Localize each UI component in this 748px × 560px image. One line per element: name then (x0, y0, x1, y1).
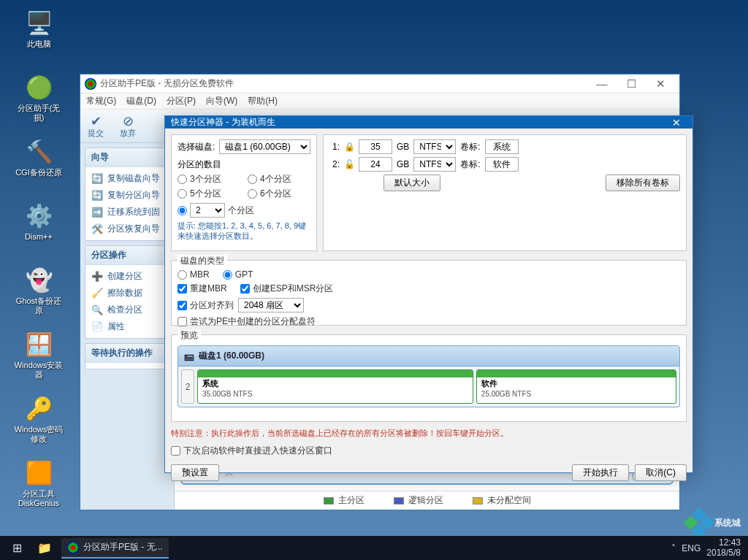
toolbar-提交[interactable]: ✔提交 (88, 113, 104, 139)
gpt-radio[interactable]: GPT (223, 269, 253, 280)
sidebar-link[interactable]: 🔄复制分区向导 (87, 187, 167, 204)
size-input[interactable] (359, 139, 392, 154)
dialog-titlebar: 快速分区神器 - 为装机而生 ✕ (165, 116, 692, 129)
menu-bar: 常规(G)磁盘(D)分区(P)向导(W)帮助(H) (80, 93, 679, 110)
warning-text: 特别注意：执行此操作后，当前所选磁盘上已经存在的所有分区将被删除！按回车键开始分… (171, 428, 687, 439)
count-radio-3[interactable]: 3个分区 (178, 173, 240, 185)
clock[interactable]: 12:43 2018/5/8 (706, 538, 741, 557)
panel-header: 等待执行的操作 (85, 344, 169, 363)
menu-item[interactable]: 向导(W) (206, 95, 237, 107)
align-value-select[interactable]: 2048 扇区 (238, 298, 304, 312)
preview-segment[interactable]: 系统35.00GB NTFS (197, 369, 473, 404)
menu-item[interactable]: 帮助(H) (248, 95, 278, 107)
desktop-icon-0[interactable]: 🖥️此电脑 (13, 7, 64, 49)
desktop-icon-4[interactable]: 👻Ghost备份还原 (13, 264, 64, 315)
start-button[interactable]: 开始执行 (572, 464, 629, 481)
rebuild-mbr-check[interactable]: 重建MBR (178, 283, 227, 295)
sidebar-panel: 分区操作➕创建分区🧹擦除数据🔍检查分区📄属性 (85, 245, 169, 339)
menu-item[interactable]: 常规(G) (86, 95, 116, 107)
desktop-icon-6[interactable]: 🔑Windows密码修改 (13, 393, 64, 444)
system-tray: ˄ ENG 12:43 2018/5/8 (671, 538, 745, 557)
desktop-icon-2[interactable]: 🔨CGI备份还原 (13, 136, 64, 177)
preset-button[interactable]: 预设置 (171, 464, 219, 481)
link-icon: 🔄 (91, 173, 103, 185)
link-icon: 🛠️ (91, 223, 103, 235)
link-icon: 🔄 (91, 190, 103, 202)
volume-label-input[interactable] (485, 157, 519, 172)
menu-item[interactable]: 磁盘(D) (126, 95, 156, 107)
sidebar-link[interactable]: ➡️迁移系统到固 (87, 204, 167, 220)
desktop-glyph-icon: 🔑 (23, 393, 54, 423)
panel-header: 分区操作 (85, 246, 169, 265)
preview-index: 2 (181, 369, 194, 404)
tray-chevron-icon[interactable]: ˄ (671, 543, 676, 553)
align-check[interactable]: 分区对齐到 (178, 299, 234, 312)
lock-icon[interactable]: 🔒 (344, 142, 354, 152)
link-icon: ➡️ (91, 207, 103, 218)
count-radio-6[interactable]: 6个分区 (248, 188, 310, 200)
sidebar-link[interactable]: 📄属性 (87, 318, 167, 335)
desktop-icon-7[interactable]: 🟧分区工具DiskGenius (13, 457, 64, 508)
remove-all-labels-button[interactable]: 移除所有卷标 (606, 174, 680, 191)
partition-count-label: 分区的数目 (178, 158, 310, 171)
desktop-glyph-icon: 🟧 (23, 457, 54, 488)
volume-label-input[interactable] (485, 139, 519, 154)
desktop-glyph-icon: 🔨 (23, 136, 54, 166)
sidebar: 向导🔄复制磁盘向导🔄复制分区向导➡️迁移系统到固🛠️分区恢复向导分区操作➕创建分… (80, 143, 174, 510)
fs-select[interactable]: NTFS (413, 139, 456, 154)
minimize-button[interactable]: — (587, 77, 617, 91)
dialog-footer: 预设置 ︽ 开始执行 取消(C) (171, 461, 687, 481)
quick-partition-dialog: 快速分区神器 - 为装机而生 ✕ 选择磁盘: 磁盘1 (60.00GB) 分区的… (164, 115, 693, 473)
try-pe-check[interactable]: 尝试为PE中创建的分区分配盘符 (178, 315, 680, 328)
desktop-glyph-icon: 🪟 (23, 329, 54, 359)
watermark-icon (684, 507, 714, 538)
preview-segment[interactable]: 软件25.00GB NTFS (476, 369, 676, 404)
desktop-icon-5[interactable]: 🪟Windows安装器 (13, 329, 64, 380)
legend: 主分区 逻辑分区 未分配空间 (175, 491, 679, 510)
link-icon: 🔍 (91, 304, 103, 316)
sidebar-link[interactable]: 🛠️分区恢复向导 (87, 220, 167, 237)
start-button[interactable]: ⊞ (3, 536, 31, 560)
next-launch-check[interactable]: 下次启动软件时直接进入快速分区窗口 (171, 445, 687, 457)
sidebar-link[interactable]: 🧹擦除数据 (87, 285, 167, 302)
sidebar-link[interactable]: 🔍检查分区 (87, 302, 167, 318)
desktop-icon-1[interactable]: 🟢分区助手(无损) (13, 72, 64, 123)
custom-count-row[interactable]: 2 个分区 (178, 203, 310, 218)
toolbar-放弃[interactable]: ⊘放弃 (120, 113, 136, 139)
sidebar-link[interactable]: 🔄复制磁盘向导 (87, 170, 167, 187)
default-size-button[interactable]: 默认大小 (383, 174, 440, 191)
desktop-glyph-icon: 🖥️ (23, 7, 54, 38)
panel-header: 向导 (85, 148, 169, 167)
count-radio-5[interactable]: 5个分区 (178, 188, 240, 200)
sidebar-panel: 向导🔄复制磁盘向导🔄复制分区向导➡️迁移系统到固🛠️分区恢复向导 (85, 147, 169, 241)
size-input[interactable] (359, 157, 392, 172)
disk-type-group: 磁盘的类型 MBR GPT 重建MBR 创建ESP和MSR分区 分区对齐到 20… (171, 260, 687, 326)
close-button[interactable]: ✕ (646, 77, 675, 91)
partition-count-group: 选择磁盘: 磁盘1 (60.00GB) 分区的数目 3个分区 4个分区 5个分区… (171, 134, 317, 251)
select-disk-dropdown[interactable]: 磁盘1 (60.00GB) (219, 139, 310, 154)
create-esp-check[interactable]: 创建ESP和MSR分区 (240, 283, 334, 295)
menu-item[interactable]: 分区(P) (167, 95, 196, 107)
desktop-icon-3[interactable]: ⚙️Dism++ (13, 200, 64, 242)
window-titlebar: 分区助手PE版 - 无损分区免费软件 — ☐ ✕ (80, 74, 679, 93)
custom-count-select[interactable]: 2 (190, 203, 225, 218)
dialog-close-button[interactable]: ✕ (666, 117, 687, 129)
unlock-icon[interactable]: 🔓 (344, 159, 354, 169)
dialog-title: 快速分区神器 - 为装机而生 (171, 116, 666, 129)
ime-indicator[interactable]: ENG (682, 543, 701, 553)
count-radio-4[interactable]: 4个分区 (248, 173, 310, 185)
taskbar-app-item[interactable]: 分区助手PE版 - 无... (61, 538, 169, 559)
hdd-icon: 🖴 (184, 350, 194, 362)
fs-select[interactable]: NTFS (413, 157, 456, 172)
maximize-button[interactable]: ☐ (617, 77, 646, 91)
taskbar-app-icon (67, 542, 79, 553)
desktop-glyph-icon: ⚙️ (23, 200, 54, 231)
sidebar-link[interactable]: ➕创建分区 (87, 268, 167, 285)
sidebar-panel: 等待执行的操作 (85, 343, 169, 369)
file-explorer-button[interactable]: 📁 (31, 536, 58, 560)
preset-expand-icon[interactable]: ︽ (225, 467, 234, 479)
mbr-radio[interactable]: MBR (178, 269, 210, 280)
cancel-button[interactable]: 取消(C) (635, 464, 687, 481)
hint-text: 提示: 您能按1, 2, 3, 4, 5, 6, 7, 8, 9键来快速选择分区… (178, 220, 310, 242)
custom-count-radio[interactable] (178, 206, 187, 215)
